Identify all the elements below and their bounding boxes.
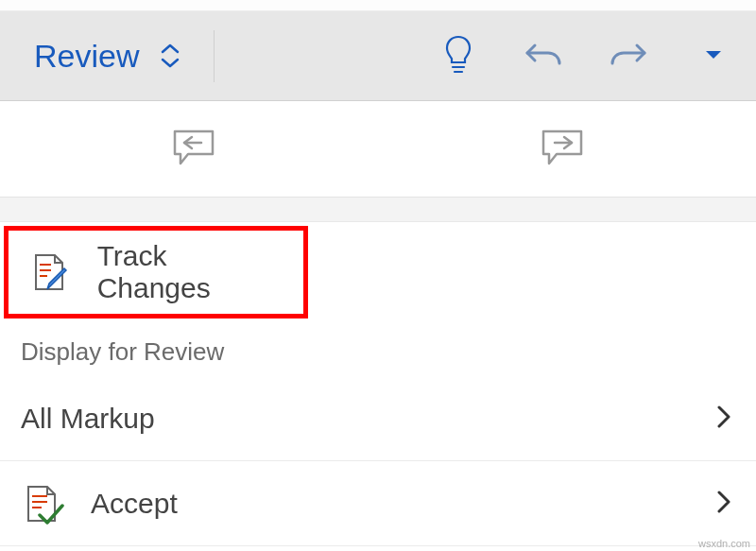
tab-selector-review[interactable]: Review xyxy=(0,11,209,100)
track-changes-item[interactable]: Track Changes xyxy=(4,226,308,319)
accept-item[interactable]: Accept xyxy=(0,461,756,546)
tab-label: Review xyxy=(34,38,139,75)
chevron-right-icon xyxy=(716,405,731,433)
svg-marker-2 xyxy=(706,51,721,59)
watermark: wsxdn.com xyxy=(698,538,750,549)
lightbulb-icon xyxy=(442,33,474,78)
accept-icon xyxy=(21,483,66,525)
section-spacer xyxy=(0,198,756,222)
chevron-up-down-icon xyxy=(160,43,180,69)
undo-icon xyxy=(524,37,563,75)
accept-label: Accept xyxy=(91,488,178,520)
toolbar: Review xyxy=(0,11,756,101)
display-for-review-label: Display for Review xyxy=(0,322,756,376)
toolbar-actions xyxy=(416,11,756,100)
chevron-right-icon xyxy=(716,490,731,518)
redo-button[interactable] xyxy=(586,11,671,100)
toolbar-divider xyxy=(214,30,215,82)
all-markup-label: All Markup xyxy=(21,403,155,435)
comment-next-icon xyxy=(540,126,594,173)
track-changes-label: Track Changes xyxy=(97,240,279,304)
comment-navigation xyxy=(0,101,756,198)
comment-previous-icon xyxy=(162,126,216,173)
track-changes-icon xyxy=(29,251,73,293)
previous-comment-button[interactable] xyxy=(0,101,378,197)
all-markup-item[interactable]: All Markup xyxy=(0,376,756,461)
undo-button[interactable] xyxy=(501,11,586,100)
next-comment-button[interactable] xyxy=(378,101,756,197)
lightbulb-button[interactable] xyxy=(416,11,501,100)
redo-icon xyxy=(609,37,648,75)
document-sliver xyxy=(0,0,756,11)
dropdown-button[interactable] xyxy=(671,11,756,100)
caret-down-icon xyxy=(704,47,723,64)
